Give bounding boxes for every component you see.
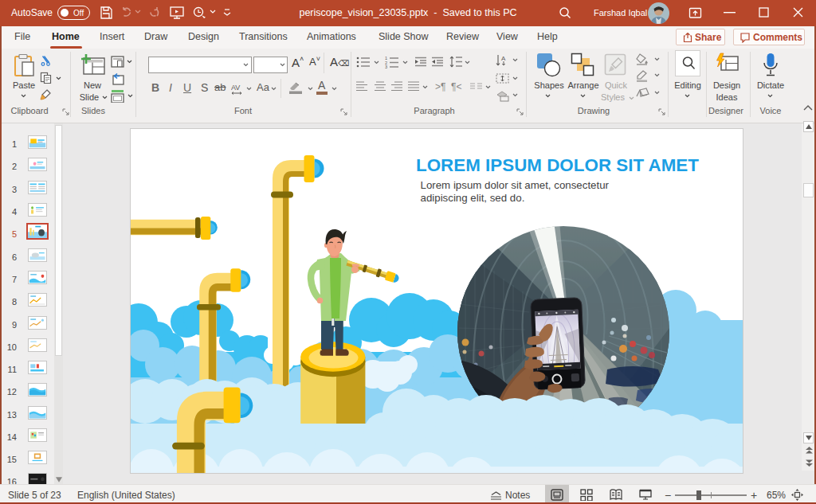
svg-text:3: 3 (385, 64, 387, 68)
svg-text:A: A (501, 55, 506, 62)
svg-text:AV: AV (231, 84, 240, 92)
